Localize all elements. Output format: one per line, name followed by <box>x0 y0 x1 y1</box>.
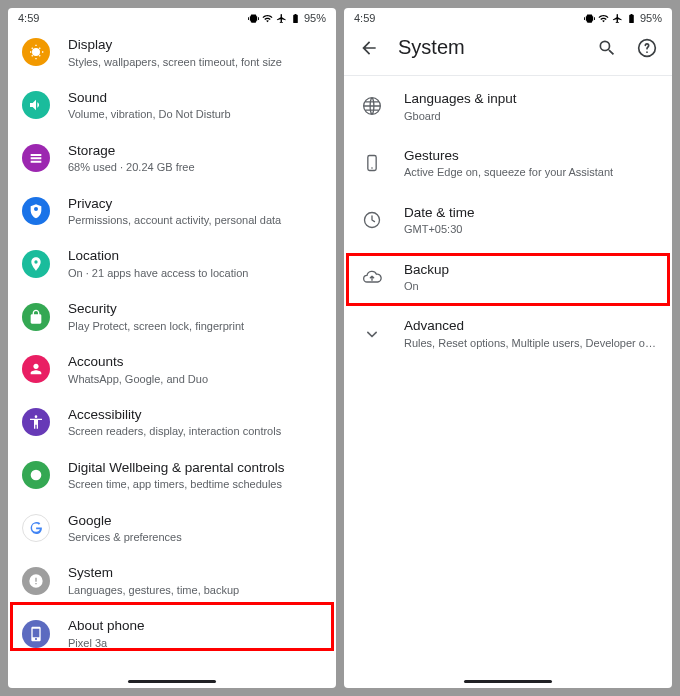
item-sub: Styles, wallpapers, screen timeout, font… <box>68 55 322 69</box>
status-bar: 4:59 95% <box>8 8 336 26</box>
status-bar: 4:59 95% <box>344 8 672 26</box>
settings-list: DisplayStyles, wallpapers, screen timeou… <box>8 26 336 688</box>
system-item-datetime[interactable]: Date & timeGMT+05:30 <box>344 192 672 249</box>
security-icon <box>22 303 50 331</box>
settings-item-wellbeing[interactable]: Digital Wellbeing & parental controlsScr… <box>8 449 336 502</box>
status-time: 4:59 <box>354 12 375 24</box>
item-label: About phone <box>68 617 322 635</box>
settings-item-about[interactable]: About phonePixel 3a <box>8 607 336 660</box>
clock-icon <box>358 206 386 234</box>
item-sub: GMT+05:30 <box>404 222 658 236</box>
page-title: System <box>398 36 578 59</box>
item-label: Languages & input <box>404 90 658 108</box>
item-label: Accessibility <box>68 406 322 424</box>
settings-item-google[interactable]: GoogleServices & preferences <box>8 502 336 555</box>
display-icon <box>22 38 50 66</box>
item-label: Digital Wellbeing & parental controls <box>68 459 322 477</box>
svg-point-2 <box>371 167 373 169</box>
settings-item-system[interactable]: SystemLanguages, gestures, time, backup <box>8 554 336 607</box>
item-sub: Play Protect, screen lock, fingerprint <box>68 319 322 333</box>
airplane-icon <box>612 13 623 24</box>
battery-icon <box>290 13 301 24</box>
status-time: 4:59 <box>18 12 39 24</box>
item-label: Google <box>68 512 322 530</box>
item-sub: Languages, gestures, time, backup <box>68 583 322 597</box>
wellbeing-icon <box>22 461 50 489</box>
globe-icon <box>358 92 386 120</box>
svg-point-0 <box>31 470 42 481</box>
settings-item-security[interactable]: SecurityPlay Protect, screen lock, finge… <box>8 290 336 343</box>
status-icons: 95% <box>248 12 326 24</box>
item-sub: Volume, vibration, Do Not Disturb <box>68 107 322 121</box>
settings-item-accounts[interactable]: AccountsWhatsApp, Google, and Duo <box>8 343 336 396</box>
item-sub: Gboard <box>404 109 658 123</box>
divider <box>344 75 672 76</box>
settings-item-accessibility[interactable]: AccessibilityScreen readers, display, in… <box>8 396 336 449</box>
system-item-gestures[interactable]: GesturesActive Edge on, squeeze for your… <box>344 135 672 192</box>
item-sub: WhatsApp, Google, and Duo <box>68 372 322 386</box>
item-label: System <box>68 564 322 582</box>
airplane-icon <box>276 13 287 24</box>
system-item-languages[interactable]: Languages & inputGboard <box>344 78 672 135</box>
item-sub: Active Edge on, squeeze for your Assista… <box>404 165 658 179</box>
about-icon <box>22 620 50 648</box>
item-label: Location <box>68 247 322 265</box>
item-sub: On · 21 apps have access to location <box>68 266 322 280</box>
item-sub: Rules, Reset options, Multiple users, De… <box>404 336 658 350</box>
system-list: Languages & inputGboard GesturesActive E… <box>344 78 672 688</box>
settings-item-display[interactable]: DisplayStyles, wallpapers, screen timeou… <box>8 26 336 79</box>
item-label: Date & time <box>404 204 658 222</box>
item-label: Display <box>68 36 322 54</box>
battery-pct: 95% <box>640 12 662 24</box>
wifi-icon <box>598 13 609 24</box>
accessibility-icon <box>22 408 50 436</box>
system-phone-right: 4:59 95% System Languages & inputGboard … <box>344 8 672 688</box>
settings-item-location[interactable]: LocationOn · 21 apps have access to loca… <box>8 237 336 290</box>
battery-pct: 95% <box>304 12 326 24</box>
vibrate-icon <box>584 13 595 24</box>
back-button[interactable] <box>358 37 380 59</box>
item-sub: Screen time, app timers, bedtime schedul… <box>68 477 322 491</box>
item-label: Sound <box>68 89 322 107</box>
cloud-icon <box>358 263 386 291</box>
wifi-icon <box>262 13 273 24</box>
item-label: Storage <box>68 142 322 160</box>
item-label: Privacy <box>68 195 322 213</box>
battery-icon <box>626 13 637 24</box>
sound-icon <box>22 91 50 119</box>
accounts-icon <box>22 355 50 383</box>
item-sub: Screen readers, display, interaction con… <box>68 424 322 438</box>
storage-icon <box>22 144 50 172</box>
item-label: Advanced <box>404 317 658 335</box>
item-label: Gestures <box>404 147 658 165</box>
nav-indicator <box>464 680 552 683</box>
settings-item-sound[interactable]: SoundVolume, vibration, Do Not Disturb <box>8 79 336 132</box>
help-button[interactable] <box>636 37 658 59</box>
gestures-icon <box>358 149 386 177</box>
nav-indicator <box>128 680 216 683</box>
settings-item-storage[interactable]: Storage68% used · 20.24 GB free <box>8 132 336 185</box>
item-sub: Services & preferences <box>68 530 322 544</box>
system-icon <box>22 567 50 595</box>
status-icons: 95% <box>584 12 662 24</box>
location-icon <box>22 250 50 278</box>
privacy-icon <box>22 197 50 225</box>
item-label: Security <box>68 300 322 318</box>
system-item-advanced[interactable]: AdvancedRules, Reset options, Multiple u… <box>344 305 672 362</box>
system-item-backup[interactable]: BackupOn <box>344 249 672 306</box>
settings-phone-left: 4:59 95% DisplayStyles, wallpapers, scre… <box>8 8 336 688</box>
item-sub: 68% used · 20.24 GB free <box>68 160 322 174</box>
search-button[interactable] <box>596 37 618 59</box>
title-row: System <box>344 26 672 75</box>
google-icon <box>22 514 50 542</box>
chevron-down-icon <box>358 320 386 348</box>
item-label: Backup <box>404 261 658 279</box>
item-sub: Pixel 3a <box>68 636 322 650</box>
item-sub: On <box>404 279 658 293</box>
settings-item-privacy[interactable]: PrivacyPermissions, account activity, pe… <box>8 185 336 238</box>
item-sub: Permissions, account activity, personal … <box>68 213 322 227</box>
item-label: Accounts <box>68 353 322 371</box>
vibrate-icon <box>248 13 259 24</box>
